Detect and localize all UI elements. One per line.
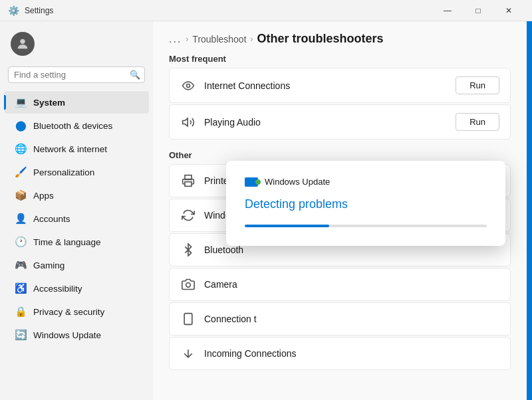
popup-title: Windows Update [265, 177, 330, 187]
sidebar-item-time[interactable]: 🕐 Time & language [4, 231, 149, 253]
time-icon: 🕐 [15, 236, 27, 248]
camera-icon [180, 276, 196, 292]
app-icon: ⚙️ [8, 5, 19, 16]
breadcrumb: ... › Troubleshoot › Other troubleshoote… [169, 32, 511, 46]
avatar [11, 32, 35, 56]
sidebar-item-accessibility[interactable]: ♿ Accessibility [4, 277, 149, 300]
sidebar-item-bluetooth[interactable]: ⬤ Bluetooth & devices [4, 114, 149, 137]
sidebar-item-personalization[interactable]: 🖌️ Personalization [4, 161, 149, 183]
list-item: Connection t [169, 302, 511, 336]
app-title: Settings [25, 6, 53, 15]
internet-connections-label: Internet Connections [204, 80, 290, 91]
svg-point-0 [20, 39, 25, 44]
main-content: ... › Troubleshoot › Other troubleshoote… [153, 21, 527, 400]
windows-update-icon: 🔄 [15, 329, 27, 341]
list-item: Camera [169, 268, 511, 301]
personalization-icon: 🖌️ [15, 166, 27, 178]
side-accent [527, 21, 532, 400]
item-left: Printer [180, 173, 231, 189]
sidebar-item-label: Network & internet [33, 144, 107, 154]
list-item: Internet Connections Run [169, 68, 511, 103]
progress-bar-background [245, 225, 487, 227]
popup-detecting-text: Detecting problems [245, 197, 487, 211]
svg-marker-2 [183, 118, 188, 126]
playing-audio-label: Playing Audio [204, 117, 261, 128]
svg-rect-4 [185, 182, 192, 187]
playing-audio-icon [180, 114, 196, 130]
item-left: Incoming Connections [180, 346, 297, 361]
svg-point-5 [186, 283, 191, 288]
accessibility-icon: ♿ [15, 282, 27, 294]
sidebar-item-label: System [33, 98, 65, 108]
user-profile [0, 27, 153, 64]
search-icon: 🔍 [130, 70, 140, 80]
sidebar-item-accounts[interactable]: 👤 Accounts [4, 207, 149, 230]
list-item: Incoming Connections [169, 337, 511, 370]
windows-update-popup: Windows Update Detecting problems [226, 161, 505, 246]
breadcrumb-sep2: › [251, 35, 253, 44]
sidebar-item-windows-update[interactable]: 🔄 Windows Update [4, 324, 149, 346]
connection-label: Connection t [204, 314, 257, 324]
maximize-button[interactable]: □ [463, 0, 493, 21]
popup-header: Windows Update [245, 177, 487, 187]
sidebar-item-system[interactable]: 💻 System [4, 91, 149, 114]
gaming-icon: 🎮 [15, 259, 27, 271]
sidebar-item-gaming[interactable]: 🎮 Gaming [4, 254, 149, 276]
sidebar-item-label: Gaming [33, 260, 65, 270]
bluetooth-list-icon [180, 242, 196, 258]
minimize-button[interactable]: — [432, 0, 463, 21]
sidebar-item-label: Apps [33, 191, 54, 201]
most-frequent-title: Most frequent [169, 54, 511, 64]
sidebar-item-apps[interactable]: 📦 Apps [4, 184, 149, 207]
close-button[interactable]: ✕ [493, 0, 524, 21]
item-left: Camera [180, 276, 237, 292]
svg-rect-6 [184, 314, 192, 325]
sidebar-item-label: Accounts [33, 214, 70, 224]
svg-point-1 [187, 84, 190, 87]
title-bar-controls: — □ ✕ [432, 0, 524, 21]
camera-label: Camera [204, 279, 237, 290]
search-box[interactable]: 🔍 [8, 66, 145, 83]
bluetooth-icon: ⬤ [15, 120, 27, 132]
accounts-icon: 👤 [15, 213, 27, 225]
title-bar-left: ⚙️ Settings [8, 5, 53, 16]
system-icon: 💻 [15, 96, 27, 108]
title-bar: ⚙️ Settings — □ ✕ [0, 0, 532, 21]
search-input[interactable] [14, 70, 126, 80]
item-left: Playing Audio [180, 114, 261, 130]
breadcrumb-troubleshoot[interactable]: Troubleshoot [192, 34, 246, 45]
sidebar-item-label: Time & language [33, 237, 101, 247]
connection-icon [180, 311, 196, 327]
item-left: Internet Connections [180, 78, 290, 94]
breadcrumb-dots[interactable]: ... [169, 33, 182, 45]
sidebar-item-label: Personalization [33, 167, 94, 177]
sidebar-item-network[interactable]: 🌐 Network & internet [4, 138, 149, 160]
page-title: Other troubleshooters [257, 32, 384, 46]
privacy-icon: 🔒 [15, 306, 27, 318]
apps-icon: 📦 [15, 189, 27, 201]
sidebar: 🔍 💻 System ⬤ Bluetooth & devices 🌐 Netwo… [0, 21, 153, 400]
internet-connections-icon [180, 78, 196, 94]
run-internet-button[interactable]: Run [456, 76, 499, 94]
bluetooth-label: Bluetooth [204, 245, 243, 255]
run-audio-button[interactable]: Run [456, 113, 499, 131]
progress-bar-fill [245, 225, 329, 227]
windows-update-list-icon [180, 207, 196, 223]
sidebar-item-label: Accessibility [33, 284, 82, 294]
windows-update-popup-icon [245, 177, 258, 187]
incoming-label: Incoming Connections [204, 348, 297, 359]
printer-icon [180, 173, 196, 189]
app-container: 🔍 💻 System ⬤ Bluetooth & devices 🌐 Netwo… [0, 21, 532, 400]
sidebar-item-label: Bluetooth & devices [33, 121, 112, 131]
breadcrumb-sep1: › [186, 35, 188, 44]
sidebar-item-label: Windows Update [33, 330, 101, 340]
sidebar-item-label: Privacy & security [33, 307, 104, 317]
sidebar-item-privacy[interactable]: 🔒 Privacy & security [4, 300, 149, 323]
list-item: Playing Audio Run [169, 104, 511, 140]
incoming-icon [180, 346, 196, 361]
item-left: Connection t [180, 311, 257, 327]
other-title: Other [169, 150, 511, 160]
network-icon: 🌐 [15, 143, 27, 155]
most-frequent-list: Internet Connections Run Playing Audio R… [169, 68, 511, 140]
